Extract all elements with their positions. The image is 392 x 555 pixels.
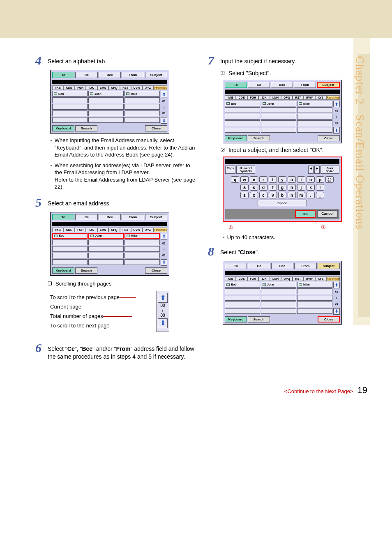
tab-cc[interactable]: Cc (75, 72, 97, 78)
key-row-3: zxcvbnm._ (225, 192, 339, 198)
key-row-2: asdfghjkl (225, 184, 339, 191)
key-row-1: qwertyuiop@ (225, 176, 339, 183)
tab-from[interactable]: From (122, 214, 144, 220)
key[interactable]: q (231, 176, 239, 183)
close-button[interactable]: Close (145, 125, 167, 131)
address-cell[interactable] (125, 111, 160, 116)
scroll-down-icon[interactable]: ⬇ (158, 318, 168, 328)
status-bar (52, 80, 167, 84)
envelope-icon (126, 92, 129, 95)
step-6: 6 Select "Cc", "Bcc" and/or "From" addre… (35, 342, 196, 361)
bullet-4b: When searching for address(es) via LDAP … (50, 162, 196, 191)
page-content: 4 Select an alphabet tab. To Cc Bcc From… (0, 38, 392, 377)
scroll-down-icon[interactable]: ⬇ (161, 259, 167, 266)
alpha-opq[interactable]: OPQ (108, 85, 120, 90)
alpha-ijk[interactable]: IJK (86, 85, 97, 90)
backspace-button[interactable]: Back Space (321, 166, 339, 174)
address-cell[interactable] (125, 104, 160, 110)
alpha-fgh[interactable]: FGH (75, 85, 86, 90)
tab-to[interactable]: To (52, 214, 74, 220)
address-cell-highlighted[interactable]: Bob (52, 233, 88, 239)
bullet-4a: When inputting the Email Address manuall… (50, 137, 196, 159)
alpha-rst[interactable]: RST (120, 85, 131, 90)
address-cell[interactable]: Mike (125, 91, 160, 97)
step-number: 6 (35, 342, 48, 361)
address-cell[interactable] (52, 97, 88, 103)
alpha-xyz[interactable]: XYZ (143, 85, 154, 90)
cancel-button[interactable]: Cancel (317, 210, 338, 218)
step-number: 7 (208, 54, 220, 67)
cursor-left-icon[interactable]: ◀ (308, 166, 314, 174)
scroll-up-icon[interactable]: ⬆ (161, 233, 167, 240)
alpha-tabs: #AB CDE FGH IJK LMN OPQ RST UVW XYZ Favo… (52, 85, 167, 90)
onscreen-keyboard: Caps Numeric/ Symbols ◀ ▶ Back Space qwe… (223, 157, 342, 222)
close-button[interactable]: Close (145, 267, 167, 274)
scroll-title: Scrolling through pages (48, 281, 196, 287)
close-button-highlighted[interactable]: Close (318, 316, 340, 322)
alpha-lmn[interactable]: LMN (97, 85, 108, 90)
step-4: 4 Select an alphabet tab. (35, 54, 196, 67)
scroll-down-icon[interactable]: ⬇ (333, 308, 340, 315)
tab-subject[interactable]: Subject (145, 72, 167, 78)
address-cell[interactable]: Bob (52, 91, 88, 97)
tab-subject-highlighted[interactable]: Subject (317, 82, 340, 88)
top-margin (0, 0, 392, 38)
page-slash: / (161, 106, 167, 109)
address-cell[interactable] (52, 111, 88, 116)
continue-link[interactable]: <Continue to the Next Page> (284, 388, 353, 394)
address-cell[interactable] (88, 117, 124, 123)
tab-bcc[interactable]: Bcc (99, 214, 121, 220)
step-text: Select an alphabet tab. (48, 54, 196, 67)
step-text: Select "Cc", "Bcc" and/or "From" address… (48, 342, 196, 361)
scroll-up-icon[interactable]: ⬆ (161, 91, 167, 97)
scroll-up-icon[interactable]: ⬆ (333, 282, 340, 288)
alpha-favorites[interactable]: Favorites (154, 85, 167, 90)
address-cell[interactable]: John (88, 91, 124, 97)
left-column: 4 Select an alphabet tab. To Cc Bcc From… (35, 54, 196, 364)
step-text: Input the subject if necessary. (220, 54, 368, 67)
keyboard-button[interactable]: Keyboard (52, 125, 74, 131)
bullet-up40: Up to 40 characters. (223, 234, 368, 241)
alpha-uvw[interactable]: UVW (131, 85, 142, 90)
address-cell[interactable] (52, 117, 88, 123)
tab-from[interactable]: From (122, 72, 144, 78)
scroll-down-icon[interactable]: ⬇ (161, 117, 167, 124)
tab-cc[interactable]: Cc (75, 214, 97, 220)
address-cell[interactable] (125, 117, 160, 123)
address-cell-highlighted[interactable]: John (88, 233, 124, 239)
alpha-ab[interactable]: #AB (52, 85, 63, 90)
address-cell[interactable] (88, 97, 124, 103)
caps-button[interactable]: Caps (225, 166, 235, 174)
scroll-up-icon[interactable]: ⬆ (158, 293, 168, 303)
scroll-down-icon[interactable]: ⬇ (333, 127, 340, 134)
search-button[interactable]: Search (75, 125, 97, 131)
address-panel-step5: To Cc Bcc From Subject #AB CDE FGH IJK L… (50, 212, 169, 276)
space-key[interactable]: Space (258, 200, 307, 206)
page-footer: <Continue to the Next Page> 19 (0, 377, 392, 412)
search-button[interactable]: Search (75, 267, 97, 274)
address-panel-step7-1: To Cc Bcc From Subject #ABCDEFGHIJKLMNOP… (223, 80, 342, 143)
substep-7-1: ① Select "Subject". (220, 70, 368, 76)
tab-subject[interactable]: Subject (145, 214, 167, 220)
alpha-cde[interactable]: CDE (63, 85, 74, 90)
cursor-right-icon[interactable]: ▶ (314, 166, 320, 174)
step-8: 8 Select "Close". (208, 245, 368, 258)
address-cell[interactable] (52, 104, 88, 110)
keyboard-input-field[interactable] (225, 159, 339, 164)
address-cell-highlighted[interactable]: Mike (125, 233, 160, 239)
address-cell[interactable] (88, 111, 124, 116)
tab-bcc[interactable]: Bcc (99, 72, 121, 78)
numsym-button[interactable]: Numeric/ Symbols (236, 166, 255, 174)
step-number: 5 (35, 196, 48, 209)
substep-7-2: ② Input a subject, and then select "OK". (220, 147, 368, 153)
scroll-explanation: To scroll to the previous page Current p… (50, 291, 169, 332)
keyboard-button[interactable]: Keyboard (52, 267, 74, 274)
step-text: Select an email address. (48, 196, 196, 209)
right-column: 7 Input the subject if necessary. ① Sele… (208, 54, 368, 364)
address-cell[interactable] (88, 104, 124, 110)
address-cell[interactable] (125, 97, 160, 103)
tab-to[interactable]: To (52, 72, 74, 78)
step-number: 8 (208, 245, 220, 258)
scroll-up-icon[interactable]: ⬆ (333, 101, 340, 107)
ok-button[interactable]: OK (295, 210, 316, 218)
